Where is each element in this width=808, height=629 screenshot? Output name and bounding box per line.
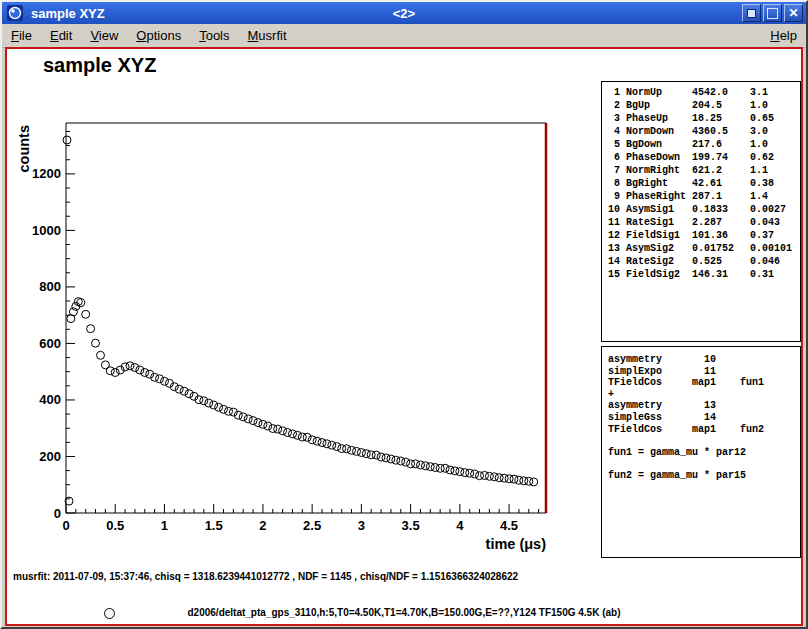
close-button[interactable]: ✕: [784, 4, 803, 22]
menu-tools[interactable]: Tools: [190, 26, 238, 45]
app-window: sample XYZ <2> ✕ FileEditViewOptionsTool…: [0, 0, 808, 629]
legend-text: d2006/deltat_pta_gps_3110,h:5,T0=4.50K,T…: [7, 607, 801, 618]
fit-parameters-box: 1NormUp4542.03.12BgUp204.51.03PhaseUp18.…: [601, 81, 801, 342]
data-point: [254, 419, 262, 427]
param-row: 9PhaseRight287.11.4: [608, 190, 800, 203]
data-point: [220, 405, 228, 413]
param-pname: FieldSig1: [626, 229, 692, 242]
x-tick-label: 4.5: [500, 518, 518, 533]
window-instance-label: <2>: [2, 6, 806, 21]
theory-line: [608, 458, 800, 470]
data-point: [284, 429, 292, 437]
root-canvas[interactable]: sample XYZ 00.511.522.533.544.5020040060…: [5, 47, 803, 626]
x-tick-label: 3: [358, 518, 365, 533]
data-point: [97, 351, 105, 359]
data-point: [111, 369, 119, 377]
data-point: [289, 430, 297, 438]
menu-options[interactable]: Options: [127, 26, 190, 45]
x-tick-label: 0: [62, 518, 69, 533]
theory-box: asymmetry 10simplExpo 11TFieldCos map1 f…: [601, 346, 801, 558]
param-pval: 199.74: [692, 151, 750, 164]
menu-view[interactable]: View: [81, 26, 127, 45]
menu-edit[interactable]: Edit: [41, 26, 81, 45]
param-row: 2BgUp204.51.0: [608, 99, 800, 112]
data-point: [264, 422, 272, 430]
data-point: [436, 464, 444, 472]
window-title: sample XYZ: [31, 6, 105, 21]
param-pn: 4: [608, 125, 620, 138]
data-point: [180, 387, 188, 395]
param-pn: 10: [608, 203, 620, 216]
y-axis-title: counts: [16, 125, 32, 173]
param-perr: 0.043: [750, 216, 780, 229]
param-pval: 0.1833: [692, 203, 750, 216]
param-pn: 6: [608, 151, 620, 164]
data-point: [200, 397, 208, 405]
param-pname: PhaseUp: [626, 112, 692, 125]
param-pname: NormRight: [626, 164, 692, 177]
param-perr: 0.62: [750, 151, 774, 164]
param-perr: 0.38: [750, 177, 774, 190]
data-point: [175, 385, 183, 393]
menu-musrfit[interactable]: Musrfit: [239, 26, 296, 45]
data-point: [387, 455, 395, 463]
param-row: 1NormUp4542.03.1: [608, 86, 800, 99]
window-controls: ✕: [742, 4, 806, 22]
param-perr: 0.31: [750, 268, 774, 281]
param-pval: 18.25: [692, 112, 750, 125]
theory-line: +: [608, 389, 800, 401]
param-pval: 0.01752: [692, 242, 750, 255]
menubar: FileEditViewOptionsToolsMusrfit Help: [2, 24, 806, 48]
x-tick-label: 2.5: [303, 518, 321, 533]
theory-line: [608, 435, 800, 447]
param-pn: 8: [608, 177, 620, 190]
data-point: [412, 460, 420, 468]
param-pn: 9: [608, 190, 620, 203]
data-point: [372, 451, 380, 459]
param-row: 4NormDown4360.53.0: [608, 125, 800, 138]
param-row: 12FieldSig1101.360.37: [608, 229, 800, 242]
data-point: [530, 478, 538, 486]
data-point: [308, 436, 316, 444]
titlebar[interactable]: sample XYZ <2> ✕: [2, 2, 806, 24]
param-pval: 4542.0: [692, 86, 750, 99]
data-point: [441, 464, 449, 472]
menu-help[interactable]: Help: [761, 26, 806, 45]
param-pname: FieldSig2: [626, 268, 692, 281]
theory-line: TFieldCos map1 fun1: [608, 377, 800, 389]
menu-file[interactable]: File: [2, 26, 41, 45]
maximize-icon: [767, 8, 778, 19]
param-pval: 217.6: [692, 138, 750, 151]
data-point: [92, 339, 100, 347]
theory-line: asymmetry 13: [608, 400, 800, 412]
param-row: 15FieldSig2146.310.31: [608, 268, 800, 281]
maximize-button[interactable]: [763, 4, 782, 22]
x-axis-title: time (μs): [486, 536, 547, 552]
minimize-button[interactable]: [742, 4, 761, 22]
param-perr: 0.65: [750, 112, 774, 125]
param-pval: 2.287: [692, 216, 750, 229]
data-point: [313, 437, 321, 445]
param-pn: 14: [608, 255, 620, 268]
theory-line: TFieldCos map1 fun2: [608, 424, 800, 436]
data-point: [407, 460, 415, 468]
data-point: [63, 136, 71, 144]
close-icon: ✕: [788, 7, 798, 19]
legend: d2006/deltat_pta_gps_3110,h:5,T0=4.50K,T…: [7, 601, 801, 627]
time-spectrum-plot[interactable]: 00.511.522.533.544.502004006008001000120…: [7, 49, 587, 594]
param-row: 7NormRight621.21.1: [608, 164, 800, 177]
y-tick-label: 1000: [32, 223, 61, 238]
param-pval: 146.31: [692, 268, 750, 281]
param-row: 13AsymSig20.017520.00101: [608, 242, 800, 255]
param-pn: 7: [608, 164, 620, 177]
param-pn: 2: [608, 99, 620, 112]
param-row: 5BgDown217.61.0: [608, 138, 800, 151]
x-tick-label: 1: [161, 518, 168, 533]
data-point: [156, 375, 164, 383]
menu-left: FileEditViewOptionsToolsMusrfit: [2, 26, 296, 45]
param-pn: 11: [608, 216, 620, 229]
param-pname: PhaseRight: [626, 190, 692, 203]
param-pname: BgRight: [626, 177, 692, 190]
param-perr: 3.1: [750, 86, 768, 99]
y-tick-label: 0: [54, 506, 61, 521]
